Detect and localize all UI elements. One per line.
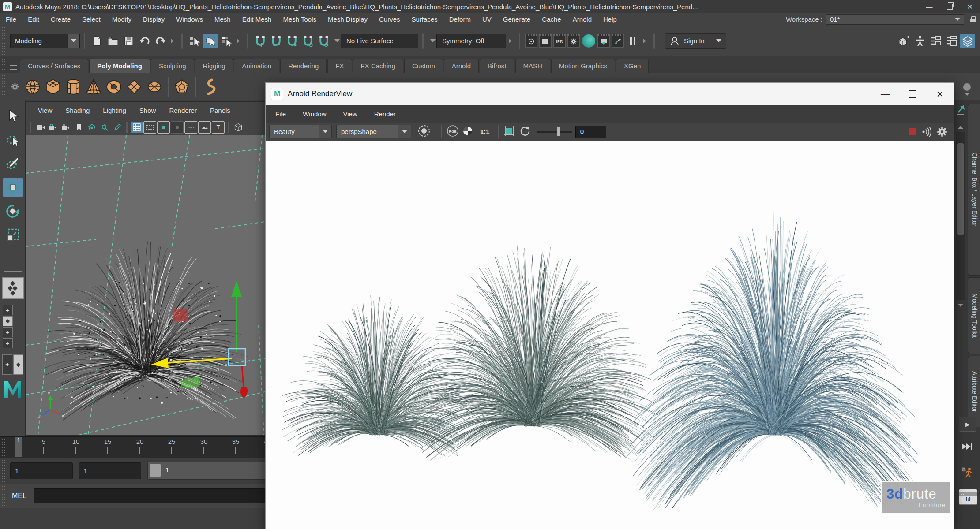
restore-button[interactable] (939, 0, 960, 13)
scroll-up-button[interactable] (956, 123, 965, 131)
shelf-tab-sculpting[interactable]: Sculpting (151, 59, 194, 73)
xray-cube-button[interactable] (232, 122, 244, 133)
arnold-menu-file[interactable]: File (275, 110, 286, 118)
platonic-solid-button[interactable] (172, 76, 192, 97)
exposure-value-field[interactable]: 0 (575, 126, 606, 138)
minimize-button[interactable]: — (919, 0, 939, 13)
select-tool-button[interactable] (3, 106, 23, 126)
character-controls-button[interactable] (912, 34, 927, 48)
camera-dropdown[interactable]: perspShape (336, 125, 411, 138)
arnold-menu-view[interactable]: View (343, 110, 357, 118)
menu-help[interactable]: Help (597, 15, 623, 23)
poly-plane-button[interactable] (124, 76, 144, 97)
open-scene-button[interactable] (105, 34, 120, 48)
toolbar-separator[interactable] (519, 33, 520, 49)
shelf-tab-bifrost[interactable]: Bifrost (480, 59, 514, 73)
panel-menu-renderer[interactable]: Renderer (169, 107, 197, 114)
2d-pan-zoom-button[interactable] (98, 122, 110, 133)
toolbar-separator[interactable] (653, 33, 655, 49)
panel-menu-lighting[interactable]: Lighting (103, 107, 126, 114)
grid-toggle-button[interactable] (131, 122, 143, 133)
gear-icon[interactable] (11, 83, 19, 91)
arnold-maximize-button[interactable] (899, 83, 926, 105)
region-render-button[interactable] (503, 125, 515, 139)
redo-button[interactable] (153, 34, 168, 48)
scale-tool-button[interactable] (3, 225, 23, 245)
poly-torus-button[interactable] (104, 76, 124, 97)
abort-render-button[interactable] (909, 128, 916, 135)
animation-preferences-button[interactable] (959, 465, 976, 479)
snapshot-button[interactable] (417, 124, 431, 139)
snap-options-dropdown[interactable] (334, 33, 338, 49)
range-slider-handle[interactable] (150, 464, 161, 477)
pause-viewport-button[interactable] (625, 34, 640, 48)
select-object-button[interactable] (203, 34, 218, 48)
shelf-tab-rigging[interactable]: Rigging (195, 59, 233, 73)
toolbar-collapser[interactable] (171, 33, 175, 49)
channel-box-layout-button[interactable] (928, 34, 943, 48)
arnold-menu-window[interactable]: Window (303, 110, 326, 118)
image-plane-button[interactable] (86, 122, 98, 133)
shelf-tab-xgen[interactable]: XGen (616, 59, 649, 73)
toolbar-collapser[interactable] (643, 33, 647, 49)
render-settings-button[interactable] (567, 34, 580, 48)
scrollbar-thumb[interactable] (957, 143, 964, 235)
current-time-marker[interactable]: 1 (15, 437, 22, 457)
rotate-tool-button[interactable] (3, 201, 23, 221)
toolbar-separator[interactable] (84, 33, 85, 49)
safe-title-button[interactable]: T (212, 121, 225, 134)
menu-curves[interactable]: Curves (373, 15, 406, 23)
safe-action-button[interactable] (198, 121, 211, 134)
hypershade-button[interactable] (582, 34, 595, 48)
shelf-tab-motion-graphics[interactable]: Motion Graphics (551, 59, 615, 73)
playback-start-field[interactable]: 1 (10, 462, 73, 479)
move-tool-button[interactable] (3, 178, 23, 197)
attribute-editor-layout-button[interactable] (944, 34, 959, 48)
sculpt-curve-button[interactable] (199, 76, 219, 97)
aov-dropdown[interactable]: Beauty (269, 125, 332, 138)
command-line-mode[interactable]: MEL (12, 492, 26, 500)
animation-start-field[interactable]: 1 (79, 462, 142, 479)
display-mode-control[interactable] (963, 83, 971, 96)
gate-mask-button[interactable] (171, 121, 184, 134)
menu-select[interactable]: Select (76, 15, 106, 23)
menu-edit-mesh[interactable]: Edit Mesh (237, 15, 278, 23)
menu-file[interactable]: File (0, 15, 22, 23)
toolbar-collapser[interactable] (509, 33, 512, 49)
modeling-toolkit-button[interactable] (897, 34, 912, 48)
two-pane-layout-button[interactable]: + (2, 354, 24, 375)
maya-logo[interactable] (3, 380, 23, 399)
ipr-broadcast-icon[interactable] (921, 127, 932, 137)
panel-menu-show[interactable]: Show (139, 107, 156, 114)
menu-create[interactable]: Create (45, 15, 76, 23)
toolbar-grip[interactable] (1, 26, 7, 55)
save-scene-button[interactable] (121, 34, 136, 48)
arnold-titlebar[interactable]: M Arnold RenderView — × (266, 83, 954, 105)
toolbar-collapser[interactable] (237, 33, 240, 49)
menu-cache[interactable]: Cache (536, 15, 567, 23)
poly-disc-button[interactable] (144, 76, 165, 97)
poly-cone-button[interactable] (83, 76, 104, 97)
poly-sphere-button[interactable] (23, 76, 43, 97)
grease-pencil-button[interactable] (111, 122, 123, 133)
render-current-frame-button[interactable] (539, 34, 552, 48)
shelf-grip[interactable] (1, 75, 7, 99)
undo-button[interactable] (137, 34, 152, 48)
film-gate-button[interactable] (143, 121, 156, 134)
symmetry-options-dropdown[interactable] (430, 33, 434, 49)
lock-camera-button[interactable] (47, 122, 59, 133)
go-to-end-button[interactable] (959, 440, 976, 454)
toolbar-separator[interactable] (422, 33, 424, 49)
raise-panel-arrow-icon[interactable] (955, 104, 967, 116)
select-hierarchy-button[interactable] (187, 34, 202, 48)
menu-generate[interactable]: Generate (497, 15, 537, 23)
single-pane-layout-button[interactable] (2, 277, 24, 299)
timeline-grip[interactable] (1, 438, 7, 457)
background-toggle-button[interactable] (462, 126, 473, 138)
range-grip[interactable] (1, 459, 7, 483)
tab-channel-box-layer-editor[interactable]: Channel Box / Layer Editor (968, 104, 980, 276)
shelf-tab-fx[interactable]: FX (327, 59, 352, 73)
menu-uv[interactable]: UV (477, 15, 497, 23)
toolbar-separator[interactable] (181, 33, 183, 49)
menu-display[interactable]: Display (137, 15, 170, 23)
